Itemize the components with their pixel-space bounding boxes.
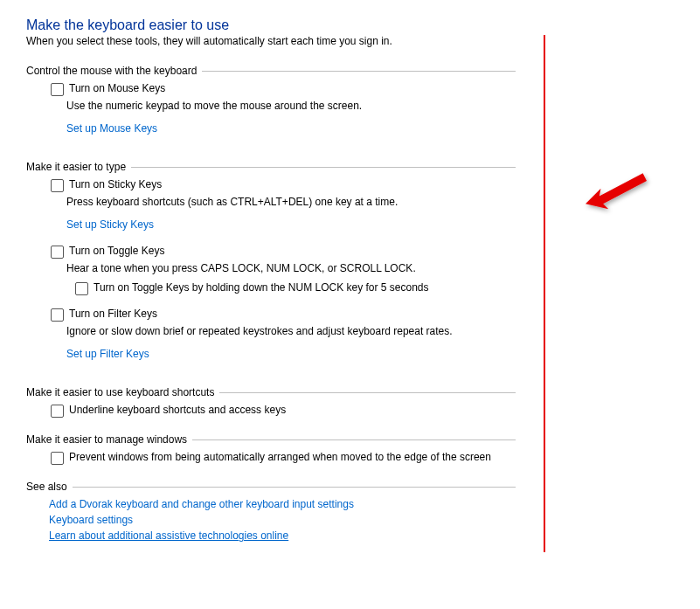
checkbox-sticky-keys[interactable] [51, 179, 64, 192]
divider [192, 439, 516, 440]
link-keyboard-settings[interactable]: Keyboard settings [49, 514, 516, 526]
section-title-shortcuts: Make it easier to use keyboard shortcuts [26, 386, 214, 398]
label-toggle-hold[interactable]: Turn on Toggle Keys by holding down the … [94, 281, 429, 294]
checkbox-mouse-keys[interactable] [51, 83, 64, 96]
section-title-windows: Make it easier to manage windows [26, 433, 187, 446]
link-dvorak[interactable]: Add a Dvorak keyboard and change other k… [49, 498, 516, 510]
page-subtitle: When you select these tools, they will a… [26, 35, 674, 47]
link-setup-sticky-keys[interactable]: Set up Sticky Keys [66, 218, 154, 231]
section-mouse: Control the mouse with the keyboard Turn… [26, 65, 516, 145]
label-sticky-keys[interactable]: Turn on Sticky Keys [69, 178, 162, 190]
checkbox-toggle-hold[interactable] [75, 282, 88, 295]
section-see-also: See also Add a Dvorak keyboard and chang… [26, 481, 516, 542]
section-shortcuts: Make it easier to use keyboard shortcuts… [26, 386, 516, 418]
link-setup-mouse-keys[interactable]: Set up Mouse Keys [66, 122, 157, 135]
link-learn-assistive[interactable]: Learn about additional assistive technol… [49, 529, 516, 542]
section-windows: Make it easier to manage windows Prevent… [26, 433, 516, 465]
checkbox-underline[interactable] [51, 405, 64, 418]
section-title-mouse: Control the mouse with the keyboard [26, 65, 197, 77]
divider [131, 167, 516, 168]
section-title-see-also: See also [26, 481, 67, 493]
divider [73, 487, 516, 488]
annotation-arrow-icon [577, 162, 655, 223]
label-filter-keys[interactable]: Turn on Filter Keys [69, 308, 157, 320]
label-underline[interactable]: Underline keyboard shortcuts and access … [69, 404, 286, 416]
label-toggle-keys[interactable]: Turn on Toggle Keys [69, 245, 164, 257]
label-prevent-arrange[interactable]: Prevent windows from being automatically… [69, 451, 491, 463]
label-mouse-keys[interactable]: Turn on Mouse Keys [69, 82, 165, 94]
divider [219, 392, 516, 393]
section-type: Make it easier to type Turn on Sticky Ke… [26, 161, 516, 370]
checkbox-filter-keys[interactable] [51, 308, 64, 322]
checkbox-toggle-keys[interactable] [51, 246, 64, 259]
checkbox-prevent-arrange[interactable] [51, 452, 64, 465]
desc-toggle-keys: Hear a tone when you press CAPS LOCK, NU… [66, 262, 503, 274]
svg-marker-0 [586, 173, 647, 209]
desc-mouse-keys: Use the numeric keypad to move the mouse… [66, 100, 503, 112]
divider [202, 71, 516, 72]
annotation-vertical-line [544, 35, 545, 552]
desc-sticky-keys: Press keyboard shortcuts (such as CTRL+A… [66, 196, 503, 208]
page-title: Make the keyboard easier to use [26, 17, 674, 33]
desc-filter-keys: Ignore or slow down brief or repeated ke… [66, 325, 503, 337]
link-setup-filter-keys[interactable]: Set up Filter Keys [66, 348, 149, 360]
section-title-type: Make it easier to type [26, 161, 126, 173]
